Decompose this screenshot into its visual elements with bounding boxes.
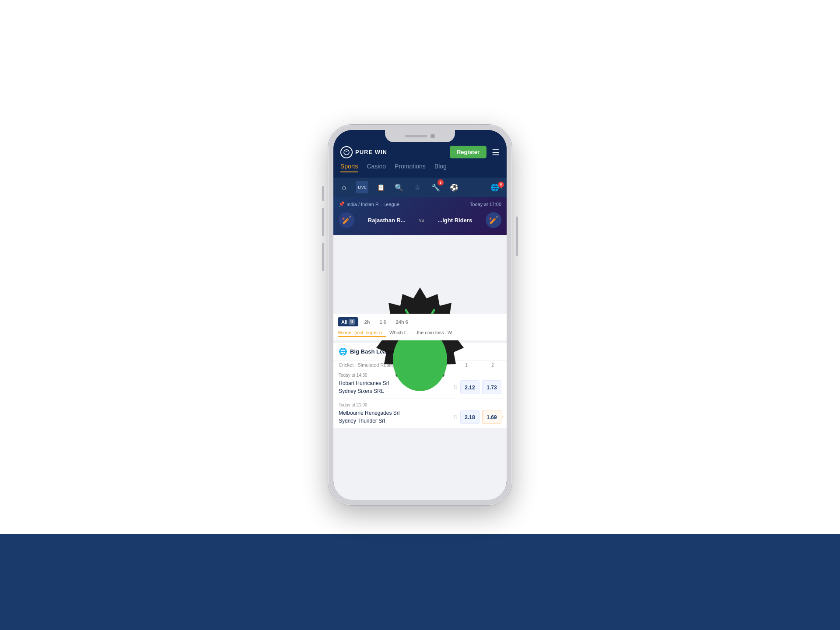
filter-2h[interactable]: 2h — [361, 318, 374, 326]
main-content: 📌 India / Indian P... League Today at 17… — [333, 197, 507, 500]
front-camera — [430, 134, 435, 138]
match-teams: 🏏 Rajasthan R... vs ...ight Riders 🏏 — [339, 210, 501, 231]
match-banner: 📌 India / Indian P... League Today at 17… — [333, 197, 507, 235]
bet-type-which[interactable]: Which t... — [389, 330, 410, 337]
phone-frame: PURE WIN Register ☰ Sports Casino Promot… — [328, 125, 512, 505]
hamburger-icon[interactable]: ☰ — [492, 147, 500, 158]
table-row: Today at 21:00 Melbourne Renegades Srl S… — [333, 399, 507, 429]
power-button — [516, 217, 518, 256]
expand-arrows: ⇅ — [453, 384, 458, 390]
match1-odd1-value: 2.12 — [465, 385, 475, 391]
home-icon-btn[interactable]: ⌂ — [338, 181, 350, 193]
register-button[interactable]: Register — [450, 146, 486, 158]
volume-up-button — [322, 208, 324, 236]
match2-teams-row: Melbourne Renegades Srl Sydney Thunder S… — [339, 409, 501, 425]
match1-teams-row: Hobart Hurricanes Srl Sydney Sixers SRL … — [339, 379, 501, 395]
search-icon-btn[interactable]: 🔍 — [393, 181, 405, 193]
filter-all[interactable]: All 9 — [338, 317, 358, 326]
volume-down-button — [322, 243, 324, 271]
match-league-row: 📌 India / Indian P... League Today at 17… — [339, 201, 501, 207]
bet-types: Winner (incl. super o... Which t... ...t… — [333, 330, 507, 340]
nav-promotions[interactable]: Promotions — [395, 163, 426, 172]
bet-type-coin[interactable]: ...the coin toss — [413, 330, 444, 337]
football-icon-btn[interactable]: ⚽ — [448, 181, 460, 193]
match1-odd2-value: 1.73 — [486, 385, 497, 391]
nav-blog[interactable]: Blog — [434, 163, 447, 172]
match2-odds: 2.18 1.69 ↑ — [460, 410, 501, 424]
match1-team2: Sydney Sixers SRL — [339, 387, 451, 395]
match2-odd1-btn[interactable]: 2.18 — [460, 410, 480, 424]
nav-sports[interactable]: Sports — [340, 163, 358, 172]
match1-time: Today at 14:30 — [339, 373, 501, 378]
notes-icon-btn[interactable]: 📋 — [374, 181, 387, 193]
match1-odds: 2.12 1.73 — [460, 380, 501, 394]
match2-teams-col: Melbourne Renegades Srl Sydney Thunder S… — [339, 409, 451, 425]
match1-team1: Hobart Hurricanes Srl — [339, 379, 451, 387]
match2-odd2-value: 1.69 — [486, 414, 497, 420]
globe-dropdown[interactable]: 🌐 ▾ 8 — [490, 183, 502, 192]
bet-type-w[interactable]: W — [448, 330, 452, 337]
team2-logo: 🏏 — [486, 212, 501, 228]
league-cricket-meta: Cricket · Simulated Reality League... — [339, 362, 416, 368]
globe-badge: 8 — [498, 182, 504, 188]
team1-logo: 🏏 — [339, 212, 354, 228]
table-row: Today at 14:30 Hobart Hurricanes Srl Syd… — [333, 369, 507, 399]
live-icon-btn[interactable]: LIVE — [356, 181, 368, 193]
team2-name: ...ight Riders — [438, 217, 472, 224]
bet-type-winner[interactable]: Winner (incl. super o... — [338, 330, 386, 337]
match2-team1: Melbourne Renegades Srl — [339, 409, 451, 417]
match2-odd1-value: 2.18 — [465, 414, 475, 420]
odds-headers: 1 2 — [458, 363, 501, 368]
odds-header-2: 2 — [484, 363, 501, 368]
fire-icon-btn[interactable]: 🔧 8 — [430, 181, 442, 193]
app-content: PURE WIN Register ☰ Sports Casino Promot… — [333, 130, 507, 500]
star-icon-btn[interactable]: ☆ — [411, 181, 424, 193]
match2-time: Today at 21:00 — [339, 402, 501, 407]
svg-point-0 — [344, 150, 349, 155]
page-background: PURE WIN Register ☰ Sports Casino Promot… — [0, 0, 840, 630]
match-time: Today at 17:00 — [470, 202, 501, 207]
fire-badge: 8 — [438, 179, 444, 186]
league-globe-icon: 🌐 — [339, 347, 347, 356]
odds-trending-up-icon: ↑ — [497, 411, 507, 423]
match2-team2: Sydney Thunder Srl — [339, 417, 451, 425]
logo-icon — [340, 146, 353, 158]
match1-odd2-btn[interactable]: 1.73 — [482, 380, 501, 394]
league-header: 🌐 Big Bash League SRL — [333, 343, 507, 360]
league-name: 📌 India / Indian P... League — [339, 201, 399, 207]
vs-label: vs — [419, 217, 424, 223]
filter-1[interactable]: 1 6 — [376, 318, 389, 326]
phone-screen: PURE WIN Register ☰ Sports Casino Promot… — [333, 130, 507, 500]
filter-tabs: All 9 2h 1 6 24h 6 — [333, 314, 507, 330]
match1-odd1-btn[interactable]: 2.12 — [460, 380, 480, 394]
match1-teams-col: Hobart Hurricanes Srl Sydney Sixers SRL — [339, 379, 451, 395]
league-meta: Cricket · Simulated Reality League... 1 … — [333, 360, 507, 369]
speaker — [405, 135, 427, 137]
header-right: Register ☰ — [450, 146, 500, 158]
big-bash-section: 🌐 Big Bash League SRL Cricket · Simulate… — [333, 343, 507, 429]
icon-bar: ⌂ LIVE 📋 🔍 ☆ 🔧 8 ⚽ 🌐 ▾ 8 — [333, 178, 507, 197]
filter-24h[interactable]: 24h 6 — [392, 318, 412, 326]
logo-area: PURE WIN — [340, 146, 387, 158]
expand-arrows-2: ⇅ — [453, 414, 458, 420]
app-nav: Sports Casino Promotions Blog — [333, 163, 507, 178]
team1-name: Rajasthan R... — [368, 217, 406, 224]
all-count: 9 — [349, 319, 355, 325]
league-title: Big Bash League SRL — [350, 348, 409, 355]
logo-text: PURE WIN — [355, 149, 387, 155]
blue-banner — [0, 534, 840, 630]
pin-icon: 📌 — [339, 201, 345, 207]
odds-header-1: 1 — [458, 363, 475, 368]
phone-notch — [385, 130, 455, 142]
volume-silent-button — [322, 186, 324, 201]
nav-casino[interactable]: Casino — [367, 163, 386, 172]
match2-odd2-btn[interactable]: 1.69 ↑ — [482, 410, 501, 424]
